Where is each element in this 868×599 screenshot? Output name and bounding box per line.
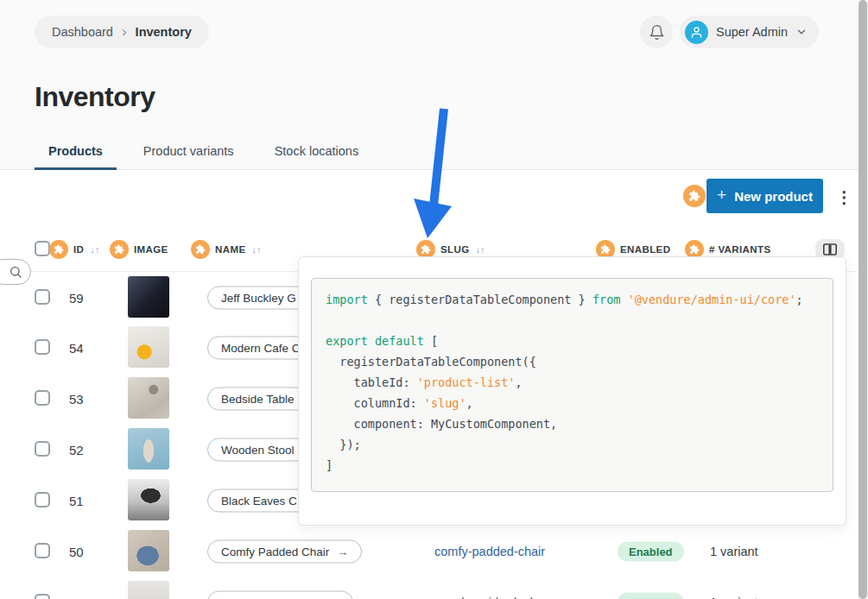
new-product-label: New product [734,189,813,204]
code-line: columnId: 'slug', [326,393,819,413]
vendure-admin-page: Dashboard › Inventory Super Admin [0,0,868,599]
code-token: ; [796,293,803,306]
user-icon [690,26,703,39]
code-token: , [515,375,522,389]
column-label: ID [73,244,84,255]
product-name: Black Eaves C [221,494,297,507]
code-line: ] [326,455,819,476]
variant-count: 1 variant [710,545,758,558]
code-token: { registerDataTableComponent } [368,293,592,306]
code-token: }); [326,438,361,451]
code-token: , [466,396,473,410]
product-name: Comfy Padded Chair [221,545,329,558]
product-image[interactable] [128,377,169,419]
code-token: default [375,334,424,348]
chevron-down-icon [795,26,808,38]
ui-extension-puzzle-icon [191,240,210,259]
row-checkbox[interactable] [35,441,50,457]
code-line: export default [ [326,331,819,351]
column-header-name: NAME↓↑ [191,238,261,261]
page-header: Dashboard › Inventory Super Admin [0,0,868,170]
code-popover: import { registerDataTableComponent } fr… [298,256,846,526]
product-slug-link[interactable]: wooden-side-desk [434,596,536,599]
row-checkbox[interactable] [35,390,50,406]
tab-stock-locations[interactable]: Stock locations [261,144,373,170]
product-image[interactable] [128,276,169,318]
ui-extension-puzzle-icon [110,240,129,259]
product-id: 53 [69,391,84,406]
code-line: }); [326,434,819,455]
sort-icon[interactable]: ↓↑ [476,244,485,255]
breadcrumb[interactable]: Dashboard › Inventory [35,16,209,48]
column-label: SLUG [440,244,470,255]
vertical-scrollbar[interactable] [858,0,868,599]
code-block: import { registerDataTableComponent } fr… [311,278,833,492]
product-image[interactable] [128,428,169,470]
product-name: Jeff Buckley G [221,291,296,304]
page-title: Inventory [35,81,155,113]
new-product-button[interactable]: + New product [706,179,823,213]
user-menu[interactable]: Super Admin [680,16,819,48]
code-token: import [326,293,368,306]
table-row: 50Comfy Padded Chair→comfy-padded-chairE… [0,526,857,577]
product-name: Bedside Table [221,392,295,405]
code-token: 'product-list' [417,375,516,389]
column-label: ENABLED [620,244,670,255]
code-token: from [592,293,621,306]
column-header-id: ID↓↑ [49,238,99,261]
code-line: registerDataTableComponent({ [326,351,819,372]
user-name: Super Admin [716,25,788,39]
code-token: [ [424,334,438,348]
sort-icon[interactable]: ↓↑ [90,244,99,255]
row-checkbox[interactable] [35,289,50,305]
product-id: 59 [69,290,84,305]
product-name-chip[interactable]: Wooden Side Desk→ [207,590,353,599]
breadcrumb-item-inventory[interactable]: Inventory [136,25,192,39]
code-token [620,293,627,306]
column-label: # VARIANTS [709,244,771,255]
bell-icon [649,24,665,41]
product-image[interactable] [128,530,169,571]
product-id: 49 [69,595,84,599]
arrow-right-icon: → [328,596,339,599]
tab-product-variants[interactable]: Product variants [130,144,248,170]
code-line: tableId: 'product-list', [326,372,819,393]
avatar [685,21,708,44]
product-name-chip[interactable]: Comfy Padded Chair→ [207,539,362,563]
breadcrumb-item-dashboard[interactable]: Dashboard [52,25,113,39]
code-token [368,334,375,348]
plus-icon: + [717,186,726,205]
product-image[interactable] [128,581,169,599]
code-token: columnId: [326,396,424,410]
column-label: IMAGE [134,244,168,255]
product-image[interactable] [128,326,169,368]
code-token: ] [326,458,333,472]
tab-bar: ProductsProduct variantsStock locations [35,144,372,170]
product-image[interactable] [128,479,169,520]
column-header-image: IMAGE [110,238,168,261]
code-line [326,310,819,331]
sort-icon[interactable]: ↓↑ [251,244,261,255]
columns-icon [823,243,837,255]
more-actions-button[interactable]: ⋮ [831,184,853,210]
arrow-right-icon: → [337,545,348,558]
row-checkbox[interactable] [35,339,50,355]
notifications-button[interactable] [640,16,673,48]
tab-products[interactable]: Products [35,144,117,170]
scrollbar-thumb[interactable] [858,0,867,599]
product-name: Wooden Side Desk [221,596,320,599]
ui-extension-puzzle-icon [49,240,68,259]
row-checkbox[interactable] [35,594,50,599]
code-token: registerDataTableComponent({ [326,355,536,369]
search-icon [9,265,22,279]
select-all-checkbox[interactable] [35,241,50,256]
product-slug-link[interactable]: comfy-padded-chair [434,545,545,558]
code-token: 'slug' [424,396,466,410]
row-checkbox[interactable] [35,492,50,508]
product-id: 51 [69,493,84,508]
column-label: NAME [215,244,245,255]
code-line: component: MyCustomComponent, [326,413,819,434]
row-checkbox[interactable] [35,543,50,558]
search-button[interactable] [0,259,31,285]
code-token: '@vendure/admin-ui/core' [628,293,796,306]
